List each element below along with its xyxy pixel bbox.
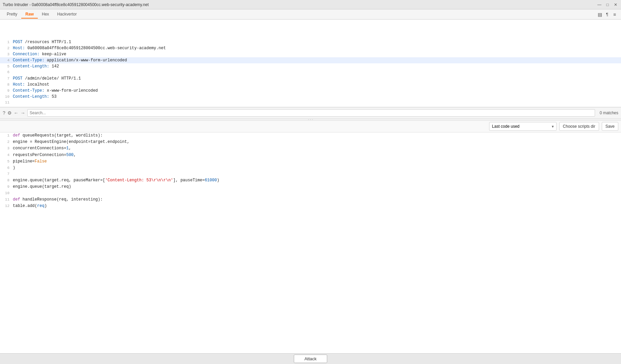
list-item: 7 <box>0 171 621 177</box>
toolbar-icon-3[interactable]: ≡ <box>611 11 618 18</box>
table-row: 7POST /admin/delete/ HTTP/1.1 <box>0 75 621 82</box>
list-item: 5 pipeline=False <box>0 158 621 165</box>
close-button[interactable]: ✕ <box>613 2 618 7</box>
save-button[interactable]: Save <box>602 122 618 131</box>
table-row: 10Content-Length: 53 <box>0 94 621 100</box>
table-row: 1POST /resources HTTP/1.1 <box>0 39 621 45</box>
list-item: 9 engine.queue(target.req) <box>0 184 621 190</box>
script-select[interactable]: Last code used <box>489 122 557 131</box>
toolbar-icon-1[interactable]: ▤ <box>596 11 603 18</box>
settings-icon[interactable]: ⚙ <box>7 110 12 116</box>
toolbar-icon-2[interactable]: ¶ <box>603 11 611 18</box>
list-item: 1def queueRequests(target, wordlists): <box>0 132 621 139</box>
tab-hackvertor[interactable]: Hackvertor <box>53 10 81 19</box>
attack-bar: Attack <box>0 353 621 364</box>
title-bar-title: Turbo Intruder - 0a60008a04ff8ce8c405912… <box>3 2 149 7</box>
list-item: 8 engine.queue(target.req, pauseMarker=[… <box>0 177 621 184</box>
attack-button[interactable]: Attack <box>294 355 327 363</box>
table-row: 3Connection: keep-alive <box>0 51 621 57</box>
search-bar: ? ⚙ ← → 0 matches <box>0 107 621 119</box>
script-toolbar: Last code used ▼ Choose scripts dir Save <box>0 121 621 132</box>
minimize-button[interactable]: — <box>597 2 602 7</box>
search-matches: 0 matches <box>600 111 618 115</box>
request-panel: 1POST /resources HTTP/1.12Host: 0a60008a… <box>0 20 621 107</box>
list-item: 6 ) <box>0 165 621 171</box>
list-item: 2 engine = RequestEngine(endpoint=target… <box>0 139 621 145</box>
list-item: 4 requestsPerConnection=500, <box>0 152 621 158</box>
list-item: 3 concurrentConnections=1, <box>0 145 621 152</box>
script-panel: Last code used ▼ Choose scripts dir Save… <box>0 121 621 353</box>
table-row: 4Content-Type: application/x-www-form-ur… <box>0 57 621 63</box>
choose-scripts-dir-button[interactable]: Choose scripts dir <box>559 122 599 131</box>
list-item: 11def handleResponse(req, interesting): <box>0 196 621 203</box>
table-row: 11 <box>0 100 621 106</box>
table-row: 8Host: localhost <box>0 82 621 88</box>
table-row: 2Host: 0a60008a04ff8ce8c4059128004500cc.… <box>0 45 621 51</box>
list-item: 10 <box>0 190 621 196</box>
request-code-area[interactable]: 1POST /resources HTTP/1.12Host: 0a60008a… <box>0 20 621 107</box>
table-row: 9Content-Type: x-www-form-urlencoded <box>0 88 621 94</box>
tab-raw[interactable]: Raw <box>21 10 38 19</box>
list-item: 12 table.add(req) <box>0 203 621 209</box>
tabs-row: Pretty Raw Hex Hackvertor ▤ ¶ ≡ <box>0 9 621 20</box>
table-row: 5Content-Length: 142 <box>0 63 621 69</box>
title-bar-controls: — □ ✕ <box>597 2 618 7</box>
back-icon[interactable]: ← <box>14 110 19 116</box>
tab-pretty[interactable]: Pretty <box>3 10 21 19</box>
forward-icon[interactable]: → <box>21 110 25 116</box>
search-input[interactable] <box>27 109 595 117</box>
script-select-wrapper: Last code used ▼ <box>489 122 557 131</box>
help-icon[interactable]: ? <box>3 110 5 116</box>
tab-hex[interactable]: Hex <box>38 10 53 19</box>
maximize-button[interactable]: □ <box>605 2 610 7</box>
script-code-area[interactable]: 1def queueRequests(target, wordlists):2 … <box>0 132 621 353</box>
table-row: 12csrf=lC63uGgjDoyWzgzLF2txrCy8xJXPIxEf&… <box>0 106 621 107</box>
title-bar: Turbo Intruder - 0a60008a04ff8ce8c405912… <box>0 0 621 9</box>
table-row: 6 <box>0 69 621 75</box>
